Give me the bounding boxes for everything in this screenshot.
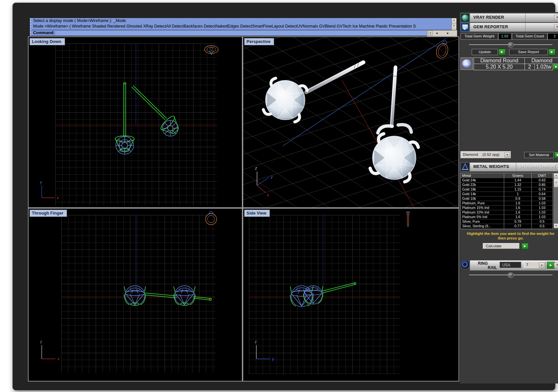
objects-checked-status: 14 Objects Checked	[519, 164, 555, 168]
metal-cell: 1	[504, 192, 532, 196]
svg-text:z: z	[255, 166, 257, 171]
gem-name: Diamond Round	[474, 57, 525, 64]
set-material-button[interactable]: Set Material	[524, 152, 554, 158]
command-scroll-down-icon[interactable]: ▼	[452, 24, 457, 30]
command-options-line[interactable]: Mode <Wireframe> ( Wireframe Shaded Rend…	[33, 24, 449, 29]
metal-row[interactable]: Platinum 10% Irid1.61.03	[461, 210, 558, 215]
command-spin-down-icon[interactable]: ▼	[428, 33, 433, 36]
set-material-go-icon[interactable]: ▶	[554, 152, 558, 158]
chevron-down-icon[interactable]: ▼	[504, 152, 510, 157]
metal-row[interactable]: Gold 24k1.440.93	[461, 178, 558, 183]
viewport-through-finger[interactable]: z x Through Finger	[29, 209, 242, 381]
ring-rail-header[interactable]: RING RAIL USA 7 ▼ ▶ ×	[470, 260, 558, 271]
viewport-side-view[interactable]: z y Side View	[243, 209, 459, 381]
col-metal: Metal	[461, 173, 504, 178]
command-scroll-left-icon[interactable]: ◄	[435, 31, 438, 35]
scroll-down-icon[interactable]: ▼	[554, 223, 558, 228]
close-icon[interactable]: ×	[554, 15, 558, 20]
svg-text:x: x	[57, 357, 60, 361]
metal-cell: Silver, Pure	[461, 219, 504, 224]
calculate-go-icon[interactable]: ▶	[522, 243, 528, 249]
gem-wireframe[interactable]	[174, 286, 195, 305]
metal-cell: Platinum 15% Irid	[461, 206, 504, 210]
svg-text:y: y	[272, 357, 274, 361]
gem-reporter-header[interactable]: GEM REPORTER ×	[470, 23, 558, 32]
earring-wireframe[interactable]	[132, 86, 183, 138]
vray-icon	[461, 13, 470, 22]
metal-weights-title: METAL WEIGHTS	[473, 164, 509, 169]
gem-wireframe[interactable]	[116, 136, 134, 154]
earring-render[interactable]	[263, 61, 363, 122]
ring-rail-handle[interactable]: ▼	[508, 273, 514, 278]
metal-row[interactable]: Gold 22k1.320.85	[461, 183, 558, 187]
metal-row[interactable]: Platinum, Pure1.61.03	[461, 201, 558, 206]
ring-rail-go-icon[interactable]: ▶	[547, 262, 555, 269]
metal-cell: 0.77	[504, 224, 532, 228]
screen: Select a display mode ( Mode=Wireframe )…	[0, 0, 558, 392]
total-gem-weight-label: Total Gem Weight	[461, 33, 498, 40]
chevron-down-icon[interactable]: ▼	[539, 262, 545, 268]
vray-header[interactable]: VRAY RENDER ×	[470, 13, 558, 22]
total-gem-count-value: 2	[547, 33, 558, 40]
material-spg: (3.52 spg)	[483, 153, 500, 156]
metal-cell: 1.03	[532, 215, 553, 219]
metal-row[interactable]: Platinum 15% Irid1.61.03	[461, 206, 558, 210]
viewport-perspective[interactable]: z y x Perspective	[243, 37, 459, 207]
metal-cell: 1.15	[504, 187, 532, 192]
metal-row[interactable]: Gold 14k10.64	[461, 192, 558, 196]
metal-cell: Silver, Coin (900)	[461, 229, 504, 229]
metal-cell: 0.93	[532, 178, 553, 182]
update-go-icon[interactable]: ▶	[499, 49, 505, 55]
svg-text:y: y	[270, 175, 273, 179]
close-icon[interactable]: ×	[556, 165, 558, 170]
metal-cell: Gold 24k	[461, 178, 504, 182]
command-input[interactable]	[55, 31, 446, 35]
earring-wireframe[interactable]	[145, 293, 211, 300]
command-scroll-up-icon[interactable]: ▲	[452, 18, 457, 24]
close-icon[interactable]: ×	[554, 262, 558, 268]
metal-table-scrollbar[interactable]: ▲ ≡ ▼	[553, 173, 558, 228]
metal-row[interactable]: Silver, Sterling (9...0.770.5	[461, 224, 558, 229]
metal-table-body: Gold 24k1.440.93Gold 22k1.320.85Gold 18k…	[461, 178, 558, 229]
gem-wireframe[interactable]	[124, 286, 146, 305]
save-report-button[interactable]: Save Report	[509, 49, 548, 55]
app-window: Select a display mode ( Mode=Wireframe )…	[12, 3, 555, 390]
metal-row[interactable]: Silver, Pure0.780.5	[461, 219, 558, 224]
viewport-looking-down[interactable]: y x Looking Down	[29, 37, 242, 207]
metal-cell: 1.6	[504, 210, 532, 215]
gem-material: Diamond	[525, 57, 558, 64]
save-report-go-icon[interactable]: ▶	[548, 49, 555, 55]
metal-row[interactable]: Silver, Coin (900)0.770.49	[461, 229, 558, 229]
command-scroll-right-icon[interactable]: ►	[446, 31, 449, 35]
viewport-title[interactable]: Perspective	[244, 38, 274, 45]
metal-cell: Gold 22k	[461, 183, 504, 187]
update-button[interactable]: Update	[472, 49, 498, 55]
metal-cell: 0.64	[532, 192, 553, 196]
grid	[55, 44, 217, 206]
axis-gizmo: z y	[254, 340, 274, 361]
ring-size-select[interactable]: 7 ▼	[524, 261, 546, 269]
metal-cell: Gold 18k	[461, 187, 504, 192]
axis-gizmo: z x	[40, 340, 60, 361]
scroll-thumb[interactable]: ≡	[554, 178, 558, 187]
svg-text:x: x	[267, 193, 269, 197]
gem-wireframe[interactable]	[162, 120, 178, 136]
scroll-up-icon[interactable]: ▲	[554, 173, 558, 178]
metal-weights-header[interactable]: METAL WEIGHTS 14 Objects Checked ×	[470, 162, 558, 172]
col-grams: Grams	[504, 173, 532, 178]
metal-row[interactable]: Gold 18k1.150.74	[461, 187, 558, 192]
metal-cell: 0.77	[504, 229, 532, 229]
collapse-handle[interactable]: ▲	[508, 42, 514, 48]
svg-text:z: z	[40, 340, 42, 344]
viewport-title[interactable]: Looking Down	[30, 38, 65, 45]
viewport-title[interactable]: Through Finger	[30, 210, 67, 217]
close-icon[interactable]: ×	[554, 24, 558, 30]
calculate-button[interactable]: Calculate	[483, 243, 520, 249]
metal-row[interactable]: Platinum 5% Irid1.61.03	[461, 215, 558, 219]
viewport-title[interactable]: Side View	[244, 210, 270, 217]
metal-cell: 1.6	[504, 201, 532, 205]
metal-row[interactable]: Gold 10k0.90.58	[461, 196, 558, 201]
gem-go-icon[interactable]: ▶	[553, 64, 558, 70]
material-select[interactable]: Diamond (3.52 spg) ▼	[461, 151, 511, 158]
region-field[interactable]: USA	[500, 262, 521, 268]
